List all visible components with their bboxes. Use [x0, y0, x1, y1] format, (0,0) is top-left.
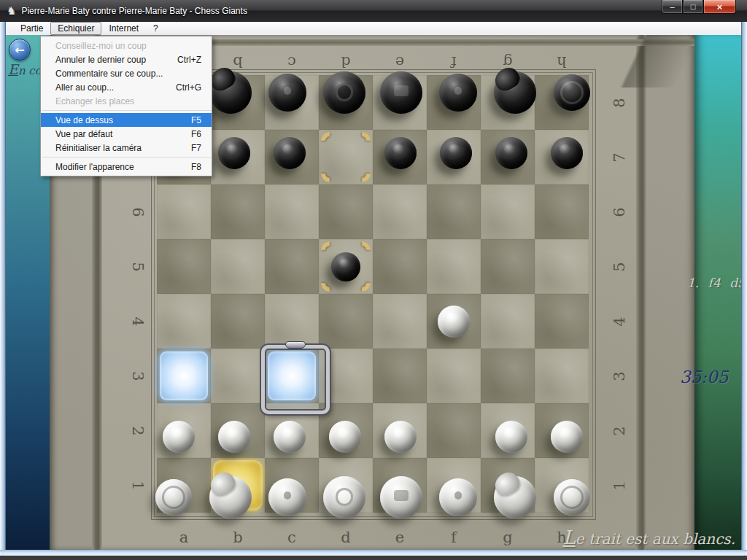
square-e4[interactable] — [373, 294, 427, 349]
menu-item-commentaire-sur-ce-coup[interactable]: Commentaire sur ce coup... — [41, 66, 212, 80]
square-f5[interactable] — [427, 239, 481, 294]
black-rook-h8[interactable] — [554, 74, 590, 111]
minimize-button[interactable]: – — [662, 0, 683, 14]
black-knight-g8[interactable] — [494, 71, 536, 114]
menu-item-label: Echanger les places — [55, 96, 134, 106]
menu-item-label: Aller au coup... — [55, 82, 114, 93]
white-pawn-f4[interactable] — [438, 306, 470, 338]
square-d4[interactable] — [319, 294, 373, 349]
square-h6[interactable] — [535, 184, 589, 239]
menu-item-label: Réinitialiser la caméra — [55, 143, 142, 153]
maximize-button[interactable]: □ — [683, 0, 703, 14]
white-pawn-g2[interactable] — [495, 421, 527, 453]
window-border-right — [741, 22, 747, 556]
black-pawn-c7[interactable] — [274, 137, 306, 169]
black-knight-b8[interactable] — [209, 71, 252, 114]
rank-label-left-6: 6 — [128, 203, 147, 221]
menu-item-shortcut: F8 — [191, 162, 201, 172]
black-bishop-f8[interactable] — [439, 74, 477, 112]
white-bishop-f1[interactable] — [439, 478, 477, 516]
square-f6[interactable] — [427, 184, 481, 239]
black-pawn-e7[interactable] — [384, 137, 417, 169]
white-queen-d1[interactable] — [323, 476, 365, 518]
menubar-item-internet[interactable]: Internet — [101, 22, 146, 35]
frame-corner-shadow — [585, 35, 694, 88]
square-d6[interactable] — [319, 184, 373, 239]
echiquier-dropdown-menu: Conseillez-moi un coupAnnuler le dernier… — [40, 36, 212, 176]
black-pawn-b7[interactable] — [218, 137, 250, 169]
white-rook-h1[interactable] — [554, 479, 590, 516]
square-g4[interactable] — [481, 294, 535, 349]
square-g3[interactable] — [481, 349, 535, 403]
menubar-item-help[interactable]: ? — [146, 22, 166, 35]
file-label-top-b: b — [229, 52, 247, 71]
rank-label-left-3: 3 — [128, 368, 147, 385]
menu-item-vue-par-defaut[interactable]: Vue par défautF6 — [41, 127, 212, 141]
white-pawn-c2[interactable] — [274, 421, 306, 453]
menu-item-shortcut: F7 — [191, 143, 201, 153]
file-label-bottom-g: g — [499, 528, 516, 547]
menu-item-shortcut: F5 — [191, 115, 201, 125]
window-border-left — [0, 22, 6, 556]
square-h3[interactable] — [535, 349, 589, 403]
move-hint-glow-a3[interactable] — [160, 351, 208, 400]
square-b5[interactable] — [211, 239, 265, 294]
white-pawn-b2[interactable] — [218, 421, 250, 453]
square-b6[interactable] — [211, 184, 265, 239]
white-knight-b1[interactable] — [209, 476, 252, 518]
square-h5[interactable] — [535, 239, 589, 294]
black-pawn-g7[interactable] — [495, 137, 527, 169]
black-pawn-d5[interactable] — [331, 252, 360, 281]
square-a6[interactable] — [157, 184, 211, 239]
square-e6[interactable] — [373, 184, 427, 239]
menu-item-label: Vue par défaut — [55, 129, 112, 139]
white-pawn-d2[interactable] — [329, 421, 361, 453]
close-button[interactable]: × — [703, 0, 736, 14]
menu-item-echanger-les-places: Echanger les places — [41, 94, 212, 108]
black-king-e8[interactable] — [380, 71, 422, 114]
square-c6[interactable] — [265, 184, 319, 239]
white-king-e1[interactable] — [380, 476, 422, 518]
menu-item-annuler-le-dernier-coup[interactable]: Annuler le dernier coupCtrl+Z — [41, 52, 212, 66]
menu-item-label: Modifier l'apparence — [55, 162, 134, 172]
square-c5[interactable] — [265, 239, 319, 294]
menubar-item-partie[interactable]: Partie — [13, 22, 50, 35]
square-a4[interactable] — [157, 294, 211, 349]
hover-frame-c3[interactable] — [261, 345, 330, 414]
square-g5[interactable] — [481, 239, 535, 294]
square-b4[interactable] — [211, 294, 265, 349]
black-bishop-c8[interactable] — [268, 74, 306, 112]
white-pawn-a2[interactable] — [163, 421, 195, 453]
file-label-bottom-c: c — [283, 528, 301, 547]
black-pawn-f7[interactable] — [440, 137, 472, 169]
file-label-bottom-a: a — [175, 528, 193, 547]
black-pawn-h7[interactable] — [551, 137, 583, 169]
square-e5[interactable] — [373, 239, 427, 294]
back-arrow-button[interactable]: ← — [9, 39, 31, 61]
menubar-item-echiquier[interactable]: Echiquier — [50, 22, 101, 35]
square-b3[interactable] — [211, 349, 265, 403]
black-queen-d8[interactable] — [323, 71, 365, 114]
title-bar[interactable]: ♞ Pierre-Marie Baty contre Pierre-Marie … — [0, 0, 747, 23]
left-arrow-icon: ← — [15, 43, 24, 57]
square-a5[interactable] — [157, 239, 211, 294]
file-label-top-f: f — [445, 52, 462, 71]
square-f2[interactable] — [427, 403, 481, 458]
file-label-top-d: d — [337, 52, 355, 71]
rank-label-left-1: 1 — [128, 477, 147, 494]
square-g6[interactable] — [481, 184, 535, 239]
square-c4[interactable] — [265, 294, 319, 349]
white-bishop-c1[interactable] — [268, 478, 306, 516]
menu-item-vue-de-dessus[interactable]: Vue de dessusF5 — [41, 113, 212, 127]
menu-item-modifier-l-apparence[interactable]: Modifier l'apparenceF8 — [41, 160, 212, 174]
menu-item-reinitialiser-la-camera[interactable]: Réinitialiser la caméraF7 — [41, 141, 212, 155]
white-rook-a1[interactable] — [155, 479, 192, 516]
square-f3[interactable] — [427, 349, 481, 403]
white-pawn-h2[interactable] — [551, 421, 583, 453]
menu-item-shortcut: F6 — [191, 129, 201, 139]
menu-item-aller-au-coup[interactable]: Aller au coup...Ctrl+G — [41, 80, 212, 94]
white-knight-g1[interactable] — [494, 476, 536, 518]
square-e3[interactable] — [373, 349, 427, 403]
square-h4[interactable] — [535, 294, 589, 349]
white-pawn-e2[interactable] — [384, 421, 417, 453]
